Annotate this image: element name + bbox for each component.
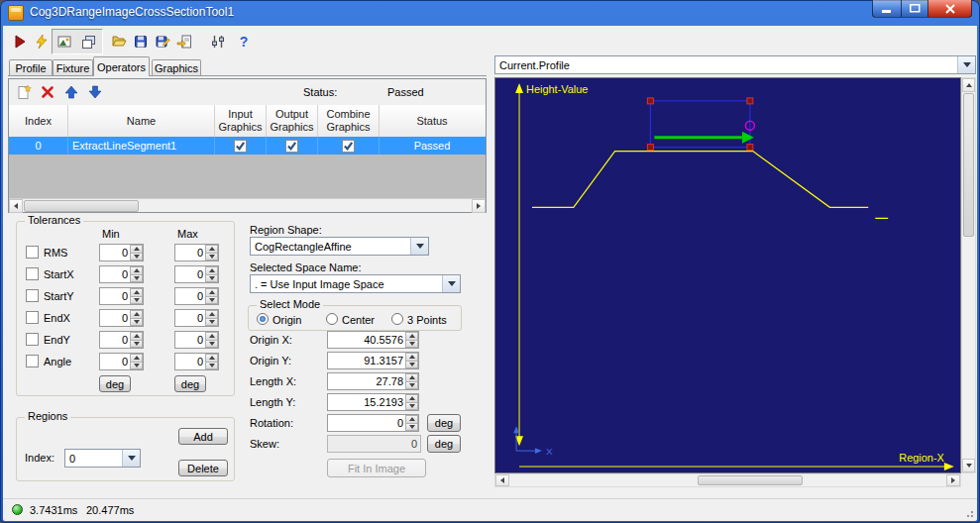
spin-up-icon[interactable] — [205, 332, 218, 341]
spin-up-icon[interactable] — [405, 394, 418, 403]
import-icon[interactable] — [172, 30, 196, 53]
tab-graphics[interactable]: Graphics — [152, 59, 201, 76]
open-file-icon[interactable] — [107, 30, 131, 53]
display-h-scrollbar[interactable] — [494, 473, 961, 487]
spin-up-icon[interactable] — [405, 415, 418, 424]
scroll-thumb[interactable] — [24, 200, 139, 212]
spin-up-icon[interactable] — [130, 310, 143, 319]
column-header-output-graphics[interactable]: Output Graphics — [267, 105, 318, 137]
spinner-input[interactable] — [100, 310, 130, 326]
display-v-scrollbar[interactable] — [961, 77, 976, 473]
input-graphics-checkbox[interactable] — [234, 140, 247, 153]
scroll-left-icon[interactable] — [9, 199, 23, 213]
tab-operators[interactable]: Operators — [93, 56, 150, 76]
angle-min-spinner[interactable] — [99, 353, 144, 370]
combine-graphics-checkbox[interactable] — [342, 140, 355, 153]
spinner-input[interactable] — [100, 354, 130, 369]
region-shape-select[interactable]: CogRectangleAffine — [250, 237, 429, 256]
spinner-input[interactable] — [100, 332, 130, 348]
spin-down-icon[interactable] — [205, 363, 218, 370]
column-header-combine-graphics[interactable]: Combine Graphics — [318, 105, 380, 137]
chevron-down-icon[interactable] — [122, 450, 140, 467]
move-down-icon[interactable] — [84, 81, 106, 103]
length-x-spinner[interactable] — [327, 372, 419, 390]
run-icon[interactable] — [8, 30, 32, 53]
grid-h-scrollbar[interactable] — [9, 198, 486, 212]
center-radio[interactable] — [326, 313, 338, 325]
spin-down-icon[interactable] — [205, 254, 218, 262]
rms-min-spinner[interactable] — [99, 244, 144, 262]
column-header-input-graphics[interactable]: Input Graphics — [215, 105, 267, 137]
origin-radio[interactable] — [257, 313, 269, 325]
spin-up-icon[interactable] — [205, 245, 218, 254]
spin-down-icon[interactable] — [130, 297, 143, 305]
region-handle-bottom-right[interactable] — [747, 145, 753, 151]
copy-display-icon[interactable] — [76, 30, 100, 53]
endx-checkbox[interactable] — [26, 311, 39, 324]
starty-max-spinner[interactable] — [174, 287, 219, 305]
save-results-icon[interactable] — [151, 30, 174, 53]
spin-up-icon[interactable] — [205, 354, 218, 363]
output-graphics-checkbox[interactable] — [285, 140, 298, 153]
spinner-input[interactable] — [328, 332, 405, 348]
angle-max-spinner[interactable] — [174, 353, 219, 370]
profile-canvas[interactable]: Height-Value Region-X — [495, 78, 960, 472]
spin-down-icon[interactable] — [405, 341, 418, 349]
region-handle-top-left[interactable] — [647, 98, 653, 104]
endx-max-spinner[interactable] — [174, 309, 219, 327]
spinner-input[interactable] — [100, 266, 130, 282]
chevron-down-icon[interactable] — [442, 275, 460, 292]
tab-fixture[interactable]: Fixture — [53, 59, 93, 76]
spinner-input[interactable] — [175, 310, 205, 326]
cell-combine-graphics[interactable] — [318, 137, 380, 155]
endy-min-spinner[interactable] — [99, 331, 144, 349]
setup-icon[interactable] — [206, 30, 230, 53]
profile-display[interactable]: Height-Value Region-X — [494, 77, 961, 473]
starty-checkbox[interactable] — [26, 289, 39, 302]
spin-up-icon[interactable] — [130, 354, 143, 363]
spinner-input[interactable] — [328, 415, 405, 431]
spin-down-icon[interactable] — [205, 341, 218, 349]
scroll-right-icon[interactable] — [946, 474, 960, 486]
column-header-index[interactable]: Index — [9, 105, 68, 137]
endy-checkbox[interactable] — [26, 333, 39, 346]
spin-up-icon[interactable] — [205, 266, 218, 275]
skew-deg-button[interactable]: deg — [427, 435, 461, 453]
close-button[interactable] — [927, 0, 972, 18]
spin-up-icon[interactable] — [405, 353, 418, 362]
max-deg-button[interactable]: deg — [174, 375, 206, 392]
scroll-thumb[interactable] — [963, 93, 974, 237]
column-header-name[interactable]: Name — [68, 105, 215, 137]
move-up-icon[interactable] — [60, 81, 82, 103]
titlebar[interactable]: Cog3DRangeImageCrossSectionTool1 — [0, 0, 980, 26]
chevron-down-icon[interactable] — [410, 238, 428, 255]
delete-operator-icon[interactable] — [37, 81, 58, 103]
new-operator-icon[interactable] — [13, 81, 35, 103]
scroll-left-icon[interactable] — [495, 474, 509, 486]
save-icon[interactable] — [129, 30, 153, 53]
spin-down-icon[interactable] — [205, 275, 218, 283]
region-rect[interactable] — [650, 101, 749, 148]
angle-checkbox[interactable] — [26, 355, 39, 367]
cell-output-graphics[interactable] — [267, 137, 318, 155]
spinner-input[interactable] — [328, 353, 405, 368]
spinner-input[interactable] — [175, 354, 205, 369]
spin-down-icon[interactable] — [130, 275, 143, 283]
delete-region-button[interactable]: Delete — [178, 460, 228, 476]
spin-down-icon[interactable] — [205, 319, 218, 327]
region-handle-top-right[interactable] — [747, 98, 753, 104]
rotation-spinner[interactable] — [327, 414, 419, 432]
spin-up-icon[interactable] — [205, 310, 218, 319]
spinner-input[interactable] — [100, 288, 130, 304]
chevron-down-icon[interactable] — [957, 56, 975, 73]
maximize-button[interactable] — [901, 0, 927, 18]
spin-down-icon[interactable] — [405, 424, 418, 432]
startx-checkbox[interactable] — [26, 267, 39, 280]
endx-min-spinner[interactable] — [99, 309, 144, 327]
spin-up-icon[interactable] — [405, 332, 418, 341]
scroll-right-icon[interactable] — [472, 199, 486, 213]
cell-status[interactable]: Passed — [380, 137, 485, 155]
cell-name[interactable]: ExtractLineSegment1 — [68, 137, 215, 155]
scroll-thumb[interactable] — [698, 475, 803, 485]
rotation-deg-button[interactable]: deg — [427, 414, 461, 432]
